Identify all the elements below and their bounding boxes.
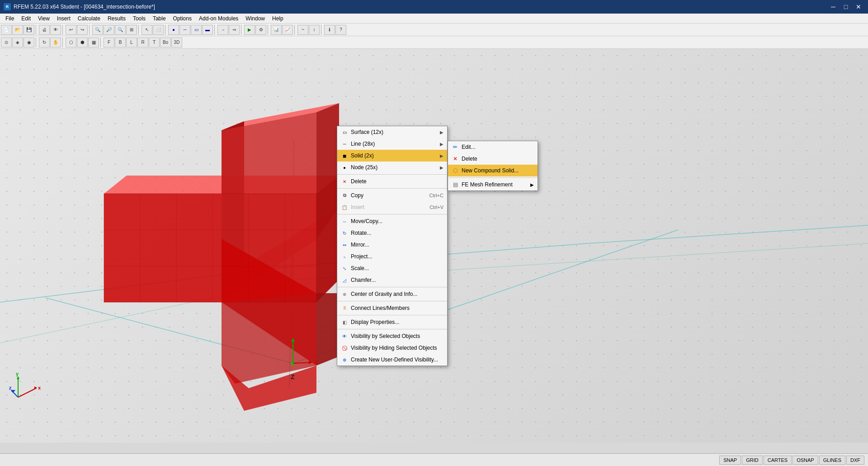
cm-sep7 bbox=[337, 329, 447, 329]
cm-project[interactable]: ⬦ Project... bbox=[337, 251, 447, 262]
tb2-left[interactable]: L bbox=[126, 38, 137, 48]
cm-vis-hiding-label: Visibility by Hiding Selected Objects bbox=[351, 345, 443, 351]
cm-copy-label: Copy bbox=[351, 192, 427, 199]
menu-window[interactable]: Window bbox=[242, 14, 269, 24]
cm-rotate[interactable]: ↻ Rotate... bbox=[337, 227, 447, 239]
cm-mirror[interactable]: ⇔ Mirror... bbox=[337, 239, 447, 251]
sm-sep1 bbox=[448, 177, 538, 178]
menu-results[interactable]: Results bbox=[104, 14, 129, 24]
minimize-button[interactable]: ─ bbox=[827, 2, 839, 11]
tb2-wire[interactable]: ⬡ bbox=[66, 38, 76, 48]
tb2-render[interactable]: ▦ bbox=[88, 38, 99, 48]
statusbar-cartes[interactable]: CARTES bbox=[764, 456, 792, 465]
cm-delete[interactable]: ✕ Delete bbox=[337, 176, 447, 187]
cm-move[interactable]: ↔ Move/Copy... bbox=[337, 215, 447, 227]
cm-node[interactable]: ● Node (25x) ▶ bbox=[337, 162, 447, 173]
menu-edit[interactable]: Edit bbox=[18, 14, 34, 24]
tb-load[interactable]: → bbox=[217, 25, 228, 35]
tb2-iso[interactable]: 3D bbox=[171, 38, 182, 48]
maximize-button[interactable]: □ bbox=[840, 2, 852, 11]
menu-help[interactable]: Help bbox=[269, 14, 287, 24]
tb-open[interactable]: 📂 bbox=[12, 25, 23, 35]
svg-marker-20 bbox=[222, 293, 316, 384]
menu-file[interactable]: File bbox=[2, 14, 18, 24]
cm-vis-selected[interactable]: 👁 Visibility by Selected Objects bbox=[337, 330, 447, 342]
tb-calc2[interactable]: ⚙ bbox=[255, 25, 266, 35]
tb2-front[interactable]: F bbox=[104, 38, 114, 48]
svg-marker-19 bbox=[316, 293, 339, 366]
tb-find[interactable]: 🔍 bbox=[92, 25, 103, 35]
tb-undo[interactable]: ↩ bbox=[66, 25, 76, 35]
cm-cog[interactable]: ⊕ Center of Gravity and Info... bbox=[337, 288, 447, 300]
tb-info[interactable]: ℹ bbox=[324, 25, 335, 35]
tb-select[interactable]: ↖ bbox=[142, 25, 152, 35]
statusbar-glines[interactable]: GLINES bbox=[819, 456, 845, 465]
tb-solid[interactable]: ▬ bbox=[202, 25, 213, 35]
menu-addon[interactable]: Add-on Modules bbox=[195, 14, 242, 24]
cm-line-label: Line (28x) bbox=[351, 141, 437, 147]
sm-new-compound[interactable]: ⬡ New Compound Solid... bbox=[448, 165, 538, 176]
cm-copy-shortcut: Ctrl+C bbox=[429, 193, 443, 198]
tb2-view1[interactable]: ⊙ bbox=[1, 38, 12, 48]
menu-table[interactable]: Table bbox=[149, 14, 170, 24]
tb2-view3[interactable]: ◉ bbox=[24, 38, 34, 48]
tb2-back[interactable]: B bbox=[115, 38, 126, 48]
tb-surface[interactable]: ▭ bbox=[191, 25, 202, 35]
tb2-right[interactable]: R bbox=[137, 38, 148, 48]
tb2-pan[interactable]: ✋ bbox=[50, 38, 61, 48]
sm-edit[interactable]: ✏ Edit... bbox=[448, 141, 538, 153]
tb2-solid[interactable]: ⬢ bbox=[77, 38, 88, 48]
tb-select-box[interactable]: ⬜ bbox=[153, 25, 164, 35]
statusbar-dxf[interactable]: DXF bbox=[846, 456, 864, 465]
cm-line[interactable]: ─ Line (28x) ▶ bbox=[337, 138, 447, 150]
copy-icon: ⧉ bbox=[341, 192, 348, 199]
cm-surface[interactable]: ▭ Surface (12x) ▶ bbox=[337, 126, 447, 138]
menu-calculate[interactable]: Calculate bbox=[74, 14, 104, 24]
cm-copy[interactable]: ⧉ Copy Ctrl+C bbox=[337, 190, 447, 201]
sm-delete[interactable]: ✕ Delete bbox=[448, 153, 538, 165]
cm-sep4 bbox=[337, 287, 447, 287]
tb-save[interactable]: 💾 bbox=[24, 25, 34, 35]
tb-new[interactable]: 📄 bbox=[1, 25, 12, 35]
svg-text:X: X bbox=[314, 359, 318, 366]
cm-insert-label: Insert bbox=[351, 204, 427, 210]
titlebar-controls: ─ □ ✕ bbox=[827, 2, 864, 11]
delete-icon: ✕ bbox=[341, 178, 348, 185]
tb-zoom-all[interactable]: ⊞ bbox=[126, 25, 137, 35]
cm-vis-hiding[interactable]: 🚫 Visibility by Hiding Selected Objects bbox=[337, 342, 447, 354]
cm-display[interactable]: ◧ Display Properties... bbox=[337, 316, 447, 328]
tb2-top[interactable]: T bbox=[149, 38, 160, 48]
menu-insert[interactable]: Insert bbox=[53, 14, 74, 24]
menu-view[interactable]: View bbox=[34, 14, 53, 24]
cm-chamfer[interactable]: ◿ Chamfer... bbox=[337, 274, 447, 286]
statusbar-osnap[interactable]: OSNAP bbox=[793, 456, 818, 465]
cm-connect[interactable]: ⧖ Connect Lines/Members bbox=[337, 302, 447, 314]
tb-print[interactable]: 🖨 bbox=[39, 25, 50, 35]
tb-calc[interactable]: ▶ bbox=[244, 25, 255, 35]
tb-redo[interactable]: ↪ bbox=[77, 25, 88, 35]
tb-zoom-in[interactable]: 🔎 bbox=[104, 25, 114, 35]
tb2-rotate[interactable]: ↻ bbox=[39, 38, 50, 48]
tb-force[interactable]: ↕ bbox=[309, 25, 320, 35]
statusbar-grid[interactable]: GRID bbox=[742, 456, 763, 465]
sm-fe-mesh[interactable]: ▤ FE Mesh Refinement ▶ bbox=[448, 179, 538, 190]
tb-node[interactable]: ● bbox=[168, 25, 179, 35]
menu-tools[interactable]: Tools bbox=[129, 14, 149, 24]
cm-vis-new-label: Create New User-Defined Visibility... bbox=[351, 357, 443, 363]
cm-scale[interactable]: ⤡ Scale... bbox=[337, 262, 447, 274]
tb-results[interactable]: 📊 bbox=[271, 25, 282, 35]
tb-zoom-out[interactable]: 🔍 bbox=[115, 25, 126, 35]
statusbar-snap[interactable]: SNAP bbox=[719, 456, 741, 465]
tb-load2[interactable]: ⇒ bbox=[229, 25, 240, 35]
tb-results2[interactable]: 📈 bbox=[282, 25, 293, 35]
cm-vis-new[interactable]: ⊕ Create New User-Defined Visibility... bbox=[337, 354, 447, 366]
close-button[interactable]: ✕ bbox=[853, 2, 864, 11]
menu-options[interactable]: Options bbox=[170, 14, 195, 24]
tb-line[interactable]: ─ bbox=[179, 25, 190, 35]
tb-deform[interactable]: ~ bbox=[297, 25, 308, 35]
tb-help[interactable]: ? bbox=[335, 25, 346, 35]
tb2-bottom[interactable]: Bo bbox=[160, 38, 171, 48]
tb-preview[interactable]: 👁 bbox=[50, 25, 61, 35]
tb2-view2[interactable]: ◈ bbox=[12, 38, 23, 48]
cm-solid[interactable]: ◼ Solid (2x) ▶ bbox=[337, 150, 447, 162]
